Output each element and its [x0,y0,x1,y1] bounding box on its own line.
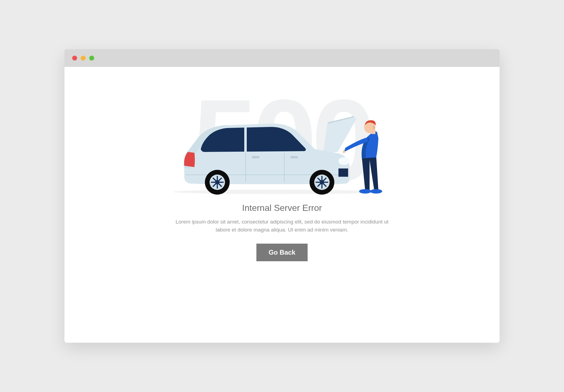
svg-point-21 [359,189,371,194]
window-titlebar [64,49,500,67]
browser-window: 500 [64,49,500,343]
error-title: Internal Server Error [242,203,322,213]
page-content: 500 [64,67,500,343]
car-breakdown-illustration [169,112,395,195]
svg-point-22 [370,189,382,194]
svg-rect-5 [290,156,298,158]
go-back-button[interactable]: Go Back [256,244,307,261]
minimize-window-button[interactable] [81,56,86,61]
error-description: Lorem ipsum dolor sit amet, consectetur … [172,218,392,234]
svg-point-6 [338,157,349,165]
svg-point-25 [373,126,375,129]
svg-point-0 [173,190,383,194]
maximize-window-button[interactable] [89,56,94,61]
svg-rect-4 [252,156,259,158]
close-window-button[interactable] [72,56,77,61]
svg-rect-1 [244,127,247,152]
